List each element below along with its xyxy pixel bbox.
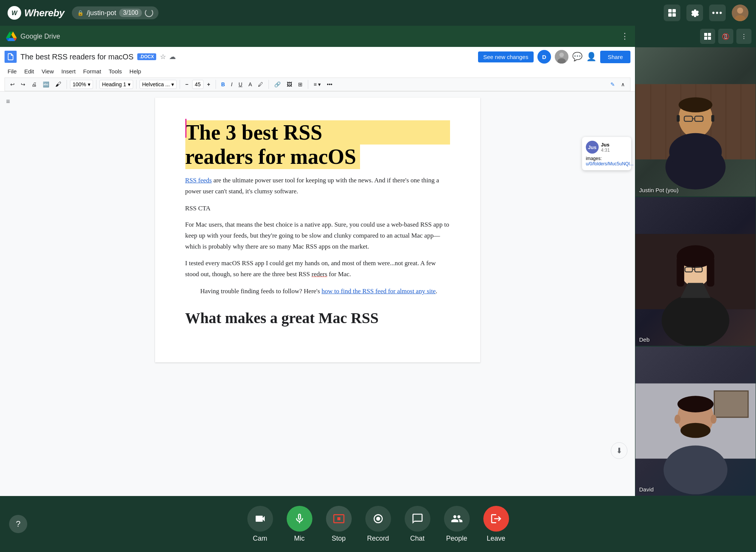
menu-insert[interactable]: Insert: [58, 67, 79, 76]
help-button[interactable]: ?: [9, 515, 27, 533]
doc-download-button[interactable]: ⬇: [611, 442, 627, 459]
italic-button[interactable]: I: [229, 80, 235, 89]
gdrive-more-button[interactable]: ⋮: [621, 31, 629, 41]
undo-button[interactable]: ↩: [8, 80, 17, 89]
document-heading-1: The 3 best RSS readers for macOS: [185, 120, 450, 169]
docs-file-title: The best RSS readers for macOS: [20, 53, 134, 61]
increase-font-button[interactable]: +: [205, 80, 213, 89]
chat-message: images: u/0/folders/Muc5uNQl...: [586, 156, 627, 166]
mic-toolbar-item[interactable]: Mic: [281, 502, 318, 546]
menu-view[interactable]: View: [39, 67, 57, 76]
leave-toolbar-item[interactable]: Leave: [477, 502, 515, 546]
user-avatar[interactable]: [732, 5, 748, 21]
zoom-chevron: ▾: [88, 81, 90, 87]
stop-toolbar-item[interactable]: Stop: [320, 502, 358, 546]
doc-paragraph-1: RSS feeds are the ultimate power user to…: [185, 175, 450, 197]
user-avatar-image: [732, 5, 748, 21]
toolbar-sep-5: [216, 80, 216, 89]
cam-button[interactable]: [247, 506, 273, 532]
grid-view-button[interactable]: [700, 29, 715, 44]
people-toolbar-item[interactable]: People: [438, 502, 476, 546]
chat-popup: Jus Jus 4:31 images: u/0/folders/Muc5uNQ…: [582, 137, 631, 170]
url-bar[interactable]: 🔒 /justin-pot 3/100: [72, 6, 158, 19]
svg-point-46: [677, 396, 713, 413]
table-button[interactable]: ⊞: [296, 80, 305, 89]
font-size-select[interactable]: 45: [192, 80, 203, 89]
edit-mode-button[interactable]: ✎: [608, 80, 617, 89]
link-button[interactable]: 🔗: [272, 80, 283, 89]
menu-format[interactable]: Format: [80, 67, 104, 76]
menu-help[interactable]: Help: [126, 67, 144, 76]
grid-button[interactable]: [664, 5, 680, 21]
url-text: /justin-pot: [87, 9, 116, 17]
rss-find-link[interactable]: how to find the RSS feed for almost any …: [321, 288, 436, 295]
svg-point-51: [376, 516, 380, 521]
more-button[interactable]: •••: [709, 5, 726, 21]
download-icon: ⬇: [616, 446, 622, 455]
refresh-icon[interactable]: [145, 9, 153, 17]
svg-rect-12: [704, 33, 707, 36]
document-body[interactable]: The 3 best RSS readers for macOS RSS fee…: [155, 98, 480, 362]
video-tile-justin: Justin Pot (you): [635, 47, 756, 197]
image-button[interactable]: 🖼: [284, 80, 294, 89]
toolbar-sep-1: [67, 80, 67, 89]
bold-button[interactable]: B: [219, 80, 227, 89]
align-button[interactable]: ≡ ▾: [311, 80, 323, 89]
redo-button[interactable]: ↪: [19, 80, 28, 89]
video-bg-justin: [635, 47, 756, 196]
chat-text-label: images:: [586, 156, 602, 161]
chat-button[interactable]: [405, 506, 430, 532]
video-more-button[interactable]: ⋮: [736, 29, 751, 44]
menu-tools[interactable]: Tools: [106, 67, 125, 76]
stop-button[interactable]: [326, 506, 352, 532]
user-avatar-img: [555, 50, 568, 64]
decrease-font-button[interactable]: −: [183, 80, 191, 89]
heading-style-select[interactable]: Heading 1 ▾: [99, 80, 133, 89]
print-button[interactable]: 🖨: [29, 80, 39, 89]
cam-toolbar-item[interactable]: Cam: [241, 502, 279, 546]
justin-video-sim: [635, 47, 756, 196]
text-color-button[interactable]: A: [246, 80, 254, 89]
camera-off-button[interactable]: 📵: [718, 29, 733, 44]
cloud-icon[interactable]: ☁: [169, 53, 176, 61]
rss-feeds-link[interactable]: RSS feeds: [185, 177, 212, 184]
menu-file[interactable]: File: [5, 67, 20, 76]
zoom-select[interactable]: 100% ▾: [70, 80, 93, 89]
outline-icon[interactable]: ≡: [6, 98, 10, 106]
record-button[interactable]: [365, 506, 391, 532]
people-button[interactable]: [444, 506, 470, 532]
docs-header: The best RSS readers for macOS .DOCX ☆ ☁…: [0, 47, 635, 92]
docs-scroll-area[interactable]: ≡ The 3 best RSS readers for macOS RSS f…: [0, 92, 635, 466]
svg-rect-34: [677, 257, 684, 287]
spellcheck-button[interactable]: 🔤: [40, 80, 51, 89]
stop-label: Stop: [332, 535, 346, 543]
deb-video-sim: [635, 197, 756, 346]
see-new-changes-button[interactable]: See new changes: [478, 51, 534, 62]
mic-button[interactable]: [287, 506, 312, 532]
video-bg-david: [635, 347, 756, 496]
chat-user-avatar: Jus: [586, 141, 599, 154]
font-chevron: ▾: [171, 81, 174, 87]
chat-toolbar-item[interactable]: Chat: [399, 502, 436, 546]
svg-point-27: [678, 97, 712, 112]
collapse-toolbar-button[interactable]: ∧: [619, 80, 627, 89]
chat-popup-header: Jus Jus 4:31: [586, 141, 627, 154]
highlight-button[interactable]: 🖊: [256, 80, 265, 89]
share-button[interactable]: Share: [600, 51, 630, 63]
underline-button[interactable]: U: [236, 80, 245, 89]
record-toolbar-item[interactable]: Record: [359, 502, 397, 546]
chat-username: Jus: [601, 142, 610, 148]
chat-link[interactable]: u/0/folders/Muc5uNQl...: [586, 161, 633, 166]
doc-rss-cta: RSS CTA: [185, 203, 450, 213]
settings-button[interactable]: [686, 5, 703, 21]
leave-button[interactable]: [483, 506, 509, 532]
more-toolbar-button[interactable]: •••: [324, 80, 335, 89]
comment-icon[interactable]: 💬: [572, 52, 582, 62]
docs-file-icon: [5, 51, 17, 63]
font-family-select[interactable]: Helvetica ... ▾: [140, 80, 177, 89]
star-icon[interactable]: ☆: [160, 53, 166, 61]
paint-format-button[interactable]: 🖌: [53, 79, 64, 89]
docs-panel: Google Drive ⋮ The best RSS readers for …: [0, 26, 635, 496]
menu-edit[interactable]: Edit: [21, 67, 37, 76]
add-coauthor-icon[interactable]: 👤: [586, 52, 596, 62]
